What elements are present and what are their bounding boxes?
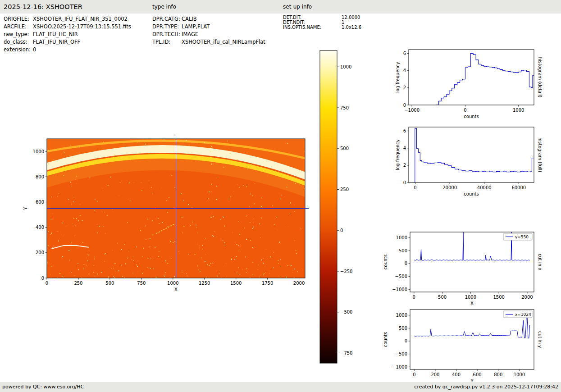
hist-full: 02000040000600000246countslog frequencyh… <box>395 127 543 196</box>
x-tick-label: 0 <box>46 281 48 286</box>
speckle <box>97 224 97 225</box>
speckle <box>89 250 89 251</box>
speckle <box>238 221 238 222</box>
speckle <box>304 188 305 189</box>
speckle <box>164 276 165 277</box>
y-tick-label: 600 <box>36 200 44 205</box>
speckle <box>263 258 264 259</box>
speckle <box>210 263 211 264</box>
speckle <box>218 151 219 151</box>
series-group <box>414 128 534 182</box>
footer-right-text: created by qc_rawdisp.py v1.2.3 on 2025-… <box>414 382 558 392</box>
speckle <box>216 186 217 187</box>
speckle <box>212 235 213 236</box>
speckle <box>97 232 98 233</box>
speckle <box>101 272 102 273</box>
speckle <box>272 205 273 206</box>
speckle <box>174 276 175 277</box>
speckle <box>205 261 205 262</box>
speckle <box>95 275 95 275</box>
speckle <box>244 228 245 228</box>
cut-in-x: 0500100015002000−1000−50005001000Xcounts… <box>383 231 543 306</box>
speckle <box>278 260 278 261</box>
speckle <box>111 269 112 269</box>
y-axis-label: log frequency <box>395 139 400 170</box>
speckle <box>128 199 128 199</box>
y-tick-label: 1000 <box>396 235 407 240</box>
y-tick-label: −1000 <box>392 287 407 292</box>
speckle <box>165 272 166 273</box>
speckle <box>302 270 303 270</box>
speckle <box>266 276 267 276</box>
speckle <box>197 244 198 244</box>
speckle <box>211 215 212 216</box>
speckle <box>164 140 164 141</box>
speckle <box>57 231 58 232</box>
speckle <box>186 273 187 274</box>
speckle <box>104 261 105 261</box>
x-tick-label: 1000 <box>465 295 476 300</box>
colorbar-tick-label: 750 <box>340 105 349 110</box>
speckle <box>151 259 151 259</box>
speckle <box>295 183 296 184</box>
speckle <box>82 277 82 278</box>
speckle <box>182 232 182 233</box>
colorbar-tick-label: 1000 <box>340 64 351 69</box>
speckle <box>158 256 159 257</box>
speckle <box>254 204 255 204</box>
right-axis-label: histogram (full) <box>538 137 543 172</box>
speckle <box>142 256 143 256</box>
y-tick-label: 4 <box>403 146 406 150</box>
speckle <box>48 163 49 164</box>
footer-bar: powered by QC: www.eso.org/HC created by… <box>0 382 561 392</box>
speckle <box>59 193 59 194</box>
speckle <box>76 183 77 183</box>
x-tick-label: 0 <box>413 295 415 300</box>
speckle <box>94 259 95 259</box>
speckle <box>137 272 138 272</box>
speckle <box>211 191 212 192</box>
speckle <box>156 277 157 278</box>
speckle <box>292 270 293 270</box>
speckle <box>182 271 182 271</box>
speckle <box>240 246 241 246</box>
speckle <box>51 196 51 197</box>
speckle <box>287 265 288 266</box>
speckle <box>230 196 231 197</box>
speckle <box>287 187 287 187</box>
speckle <box>47 264 48 264</box>
speckle <box>281 195 282 196</box>
speckle <box>217 276 218 277</box>
y-tick-label: −500 <box>395 274 407 279</box>
y-tick-label: 800 <box>36 174 44 179</box>
speckle <box>279 242 280 243</box>
speckle <box>202 249 203 249</box>
speckle <box>279 194 280 194</box>
speckle <box>252 262 253 262</box>
speckle <box>76 218 77 219</box>
x-tick-label: 500 <box>105 281 114 286</box>
x-tick-label: 1500 <box>230 281 242 286</box>
x-tick-label: 250 <box>74 281 82 286</box>
speckle <box>162 222 163 223</box>
x-tick-label: 1500 <box>493 295 504 300</box>
speckle <box>223 167 224 168</box>
speckle <box>209 265 210 266</box>
x-axis-label: X <box>174 287 178 292</box>
speckle <box>113 268 114 268</box>
speckle <box>119 196 119 196</box>
speckle <box>182 217 183 218</box>
speckle <box>95 210 96 211</box>
speckle <box>78 220 79 221</box>
speckle <box>210 199 210 199</box>
speckle <box>189 205 189 205</box>
speckle <box>80 215 81 216</box>
speckle <box>260 237 260 238</box>
colorbar-tick-label: −500 <box>340 310 352 315</box>
speckle <box>239 187 240 188</box>
speckle <box>237 273 237 273</box>
y-tick-label: 500 <box>399 326 407 331</box>
speckle <box>191 225 191 226</box>
x-tick-label: 500 <box>438 295 447 300</box>
speckle <box>261 206 262 207</box>
